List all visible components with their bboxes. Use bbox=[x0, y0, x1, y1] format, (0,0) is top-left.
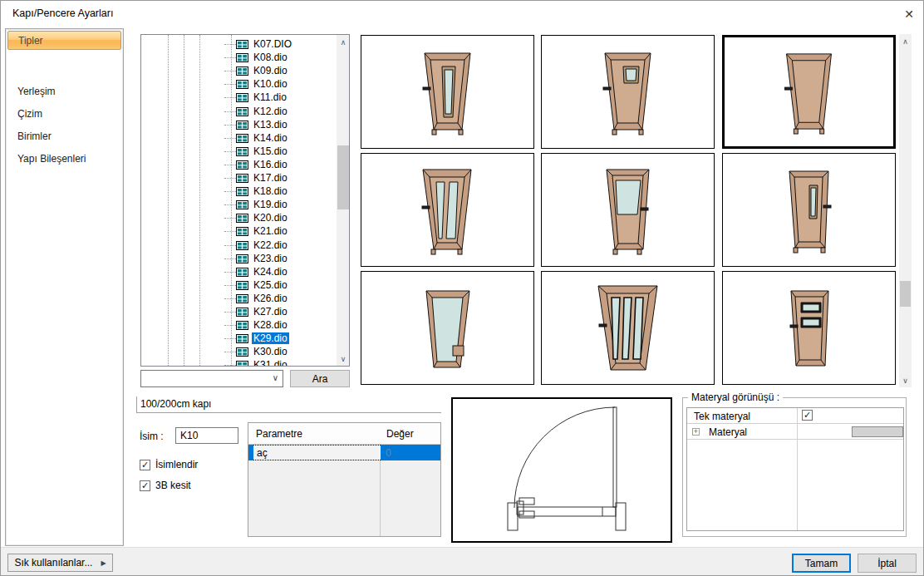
door-file-icon bbox=[236, 106, 248, 117]
tree-item[interactable]: K28.dio bbox=[141, 318, 334, 332]
dialog-title: Kapı/Pencere Ayarları bbox=[12, 7, 113, 19]
tree-item-label: K10.dio bbox=[252, 78, 289, 90]
tree-item[interactable]: K31.dio bbox=[141, 358, 334, 367]
door-file-icon bbox=[236, 39, 248, 50]
preview-grid-scrollbar-thumb[interactable] bbox=[900, 281, 911, 307]
tree-item-label: K15.dio bbox=[252, 145, 289, 157]
tree-item-label: K20.dio bbox=[252, 212, 289, 224]
material-appearance-group: Materyal görünüşü : Tek materyal ✓ + Mat… bbox=[682, 397, 907, 537]
row-selection-marker bbox=[248, 445, 253, 460]
door-preview-solid-panel-selected[interactable] bbox=[722, 35, 896, 149]
tree-item[interactable]: K27.dio bbox=[141, 305, 334, 318]
door-preview-small-square-window[interactable] bbox=[541, 35, 715, 149]
door-swing-plan-drawing bbox=[453, 399, 671, 541]
scroll-up-icon[interactable]: ∧ bbox=[899, 34, 912, 48]
sidebar-item-birimler[interactable]: Birimler bbox=[17, 130, 52, 143]
door-file-icon bbox=[236, 280, 248, 291]
scroll-down-icon[interactable]: ∨ bbox=[899, 373, 912, 387]
single-material-checkbox[interactable]: ✓ bbox=[802, 410, 813, 421]
door-preview-triple-vertical-glass[interactable] bbox=[541, 271, 715, 385]
tree-item[interactable]: K24.dio bbox=[141, 265, 334, 278]
tree-item[interactable]: K19.dio bbox=[141, 198, 334, 211]
tree-item-label: K13.dio bbox=[252, 119, 289, 130]
name-input[interactable]: K10 bbox=[175, 427, 238, 444]
check-icon[interactable]: ✓ bbox=[140, 460, 150, 470]
tree-item[interactable]: K25.dio bbox=[141, 278, 334, 292]
tree-item[interactable]: K10.dio bbox=[141, 77, 334, 91]
tree-item-label: K28.dio bbox=[252, 319, 289, 331]
door-file-icon bbox=[236, 254, 248, 264]
filter-combobox[interactable]: ∨ bbox=[140, 370, 283, 387]
door-file-icon bbox=[236, 307, 248, 318]
tree-item[interactable]: K26.dio bbox=[141, 292, 334, 305]
single-material-label: Tek materyal bbox=[694, 411, 750, 422]
door-file-icon bbox=[236, 160, 248, 170]
door-file-icon bbox=[236, 146, 248, 157]
door-preview-double-horizontal-window[interactable] bbox=[722, 271, 896, 385]
close-icon[interactable]: ✕ bbox=[898, 4, 920, 24]
tree-item[interactable]: K08.dio bbox=[141, 51, 334, 64]
tree-item[interactable]: K23.dio bbox=[141, 252, 334, 265]
tree-item-label: K21.dio bbox=[252, 225, 289, 237]
door-file-icon bbox=[236, 360, 248, 367]
material-row[interactable]: + Materyal bbox=[687, 424, 903, 440]
door-file-icon bbox=[236, 333, 248, 344]
scroll-up-icon[interactable]: ∧ bbox=[337, 35, 350, 49]
door-preview-full-glass[interactable] bbox=[361, 271, 534, 385]
sidebar-item-yerlesim[interactable]: Yerleşim bbox=[17, 86, 56, 98]
tree-scrollbar-thumb[interactable] bbox=[337, 145, 349, 209]
col-parametre: Parametre bbox=[256, 428, 302, 440]
preview-grid-scrollbar[interactable]: ∧ ∨ bbox=[899, 34, 912, 387]
scroll-down-icon[interactable]: ∨ bbox=[337, 352, 350, 366]
tree-item[interactable]: K12.dio bbox=[141, 105, 334, 118]
tree-item[interactable]: K13.dio bbox=[141, 118, 334, 131]
checkbox-3b-kesit[interactable]: ✓ 3B kesit bbox=[140, 480, 191, 491]
tree-item[interactable]: K17.dio bbox=[141, 171, 334, 185]
parameter-row-ac[interactable]: aç 0 bbox=[248, 445, 440, 460]
checkbox-isimlendir[interactable]: ✓ İsimlendir bbox=[140, 459, 198, 470]
sidebar-item-cizim[interactable]: Çizim bbox=[17, 108, 42, 121]
tree-item[interactable]: K09.dio bbox=[141, 64, 334, 77]
tree-item[interactable]: K16.dio bbox=[141, 158, 334, 171]
tree-item[interactable]: K14.dio bbox=[141, 131, 334, 145]
sidebar-item-yapi-bilesenleri[interactable]: Yapı Bileşenleri bbox=[17, 153, 86, 165]
tree-item-label: K22.dio bbox=[252, 239, 289, 251]
parameter-name: aç bbox=[257, 447, 268, 459]
tree-item[interactable]: K20.dio bbox=[141, 211, 334, 224]
search-button[interactable]: Ara bbox=[290, 370, 350, 387]
tree-item-label: K12.dio bbox=[252, 106, 289, 117]
favorites-button-label: Sık kullanılanlar... bbox=[14, 557, 92, 569]
door-preview-upper-glass-panel[interactable] bbox=[541, 153, 715, 267]
favorites-button[interactable]: Sık kullanılanlar... ▶ bbox=[7, 554, 113, 572]
tree-item[interactable]: K07.DIO bbox=[141, 37, 334, 51]
ok-button[interactable]: Tamam bbox=[792, 554, 851, 573]
door-file-icon bbox=[236, 213, 248, 224]
door-file-icon bbox=[236, 199, 248, 210]
chevron-down-icon[interactable]: ∨ bbox=[273, 373, 278, 382]
tree-item-label: K19.dio bbox=[252, 199, 289, 210]
tree-item-label: K07.DIO bbox=[252, 38, 293, 50]
door-preview-single-vertical-glass[interactable] bbox=[361, 35, 534, 149]
door-preview-narrow-right-window[interactable] bbox=[722, 153, 896, 267]
tree-item[interactable]: K15.dio bbox=[141, 145, 334, 158]
tree-item-label: K08.dio bbox=[252, 52, 289, 63]
tree-scrollbar[interactable]: ∧ ∨ bbox=[337, 35, 350, 366]
door-preview-double-vertical-glass[interactable] bbox=[361, 153, 534, 267]
material-group-label: Materyal görünüşü : bbox=[688, 391, 783, 403]
check-icon[interactable]: ✓ bbox=[140, 480, 150, 491]
tree-item[interactable]: K11.dio bbox=[141, 91, 334, 104]
tree-item[interactable]: K18.dio bbox=[141, 185, 334, 198]
tree-item-label-selected: K29.dio bbox=[252, 332, 289, 344]
door-file-icon bbox=[236, 120, 248, 130]
tree-item[interactable]: K30.dio bbox=[141, 345, 334, 358]
cancel-button[interactable]: İptal bbox=[858, 554, 917, 573]
checkbox-3b-kesit-label: 3B kesit bbox=[155, 480, 191, 491]
expand-icon[interactable]: + bbox=[692, 428, 700, 436]
tree-item[interactable]: K22.dio bbox=[141, 239, 334, 252]
tree-item[interactable]: K21.dio bbox=[141, 224, 334, 238]
sidebar-item-tipler[interactable]: Tipler bbox=[7, 31, 121, 50]
material-color-swatch[interactable] bbox=[852, 426, 903, 437]
tree-item-selected[interactable]: K29.dio bbox=[141, 332, 334, 345]
tree-item-label: K09.dio bbox=[252, 65, 289, 76]
parameter-value-cell[interactable]: 0 bbox=[381, 445, 440, 460]
